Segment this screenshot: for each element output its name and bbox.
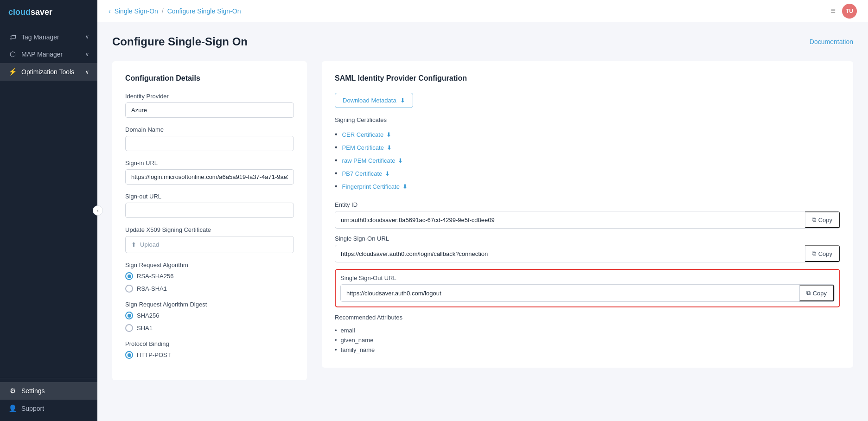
breadcrumb-parent[interactable]: Single Sign-On [115, 7, 158, 15]
cert-fingerprint: Fingerprint Certificate ⬇ [335, 180, 840, 193]
copy-label: Copy [818, 217, 832, 223]
rsa-sha256-radio[interactable] [125, 272, 133, 280]
rsa-sha256-option[interactable]: RSA-SHA256 [125, 272, 294, 280]
upload-icon: ⬆ [131, 241, 136, 248]
certificate-list: CER Certificate ⬇ PEM Certificate ⬇ raw … [335, 128, 840, 193]
single-signout-url-value: https://cloudsaver.auth0.com/logout [341, 286, 799, 300]
sidebar-item-label: Settings [21, 387, 45, 395]
sidebar-collapse-button[interactable]: ‹ [93, 205, 103, 216]
sidebar-item-tag-manager[interactable]: 🏷 Tag Manager ∨ [0, 28, 97, 45]
identity-provider-input[interactable] [125, 102, 294, 118]
pb7-label: PB7 Certificate [342, 170, 383, 177]
page-title: Configure Single-Sign On [112, 35, 248, 48]
rsa-sha1-radio[interactable] [125, 285, 133, 293]
breadcrumb: ‹ Single Sign-On / Configure Single Sign… [108, 7, 241, 15]
map-icon: ⬡ [8, 50, 17, 58]
chevron-down-icon: ∨ [85, 34, 89, 40]
main-content: ‹ Single Sign-On / Configure Single Sign… [97, 0, 868, 421]
upload-placeholder: Upload [140, 241, 159, 248]
entity-id-copy-button[interactable]: ⧉ Copy [805, 211, 840, 228]
sign-in-url-label: Sign-in URL [125, 159, 294, 166]
sign-request-algorithm-group: Sign Request Algorithm RSA-SHA256 RSA-SH… [125, 262, 294, 293]
sha1-option[interactable]: SHA1 [125, 324, 294, 332]
logo-cloud: cloud [8, 7, 31, 17]
single-signout-url-copy-button[interactable]: ⧉ Copy [799, 285, 834, 301]
http-post-radio[interactable] [125, 351, 133, 359]
sign-out-url-input[interactable] [125, 203, 294, 218]
logo-saver: saver [31, 7, 52, 17]
logo-text: cloudsaver [8, 7, 52, 17]
sidebar-item-optimization-tools[interactable]: ⚡ Optimization Tools ∨ [0, 63, 97, 81]
sign-in-url-input[interactable] [125, 169, 294, 185]
back-icon[interactable]: ‹ [108, 7, 111, 15]
sign-out-url-label: Sign-out URL [125, 193, 294, 200]
avatar[interactable]: TU [842, 4, 857, 19]
recommended-attr-email: email [335, 325, 840, 335]
sidebar-nav: 🏷 Tag Manager ∨ ⬡ MAP Manager ∨ ⚡ Optimi… [0, 25, 97, 378]
documentation-link[interactable]: Documentation [810, 38, 853, 45]
signing-certificates-title: Signing Certificates [335, 116, 840, 123]
fingerprint-certificate-link[interactable]: Fingerprint Certificate ⬇ [342, 183, 408, 190]
chevron-down-icon: ∨ [85, 51, 89, 57]
raw-pem-certificate-link[interactable]: raw PEM Certificate ⬇ [342, 157, 403, 164]
sha256-option[interactable]: SHA256 [125, 312, 294, 319]
entity-id-row: Entity ID urn:auth0:cloudsaver:8a5691ac-… [335, 201, 840, 229]
fingerprint-label: Fingerprint Certificate [342, 183, 400, 190]
sha256-label: SHA256 [137, 312, 159, 319]
pem-label: PEM Certificate [342, 144, 384, 151]
copy-icon: ⧉ [812, 250, 816, 257]
single-signon-url-value: https://cloudsaver.auth0.com/login/callb… [335, 247, 805, 261]
breadcrumb-separator: / [162, 7, 164, 15]
domain-name-input[interactable] [125, 136, 294, 151]
single-signout-url-label: Single Sign-Out URL [340, 274, 835, 281]
upload-box[interactable]: ⬆ Upload [125, 236, 294, 253]
pb7-certificate-link[interactable]: PB7 Certificate ⬇ [342, 170, 390, 177]
download-metadata-button[interactable]: Download Metadata ⬇ [335, 93, 413, 108]
config-panel-title: Configuration Details [125, 74, 294, 83]
sign-out-url-group: Sign-out URL [125, 193, 294, 218]
sign-request-algorithm-radio-group: RSA-SHA256 RSA-SHA1 [125, 272, 294, 293]
cert-pem: PEM Certificate ⬇ [335, 141, 840, 154]
single-signout-url-wrapper: Single Sign-Out URL https://cloudsaver.a… [335, 269, 840, 307]
sidebar-item-support[interactable]: 👤 Support [0, 400, 97, 417]
sha1-label: SHA1 [137, 325, 153, 332]
protocol-binding-label: Protocol Binding [125, 340, 294, 347]
http-post-label: HTTP-POST [137, 351, 171, 358]
chevron-down-icon: ∨ [85, 69, 89, 75]
sidebar-item-map-manager[interactable]: ⬡ MAP Manager ∨ [0, 45, 97, 63]
cert-cer: CER Certificate ⬇ [335, 128, 840, 141]
attr-given-name-label: given_name [341, 337, 374, 344]
topbar: ‹ Single Sign-On / Configure Single Sign… [97, 0, 868, 22]
raw-pem-label: raw PEM Certificate [342, 157, 396, 164]
download-icon: ⬇ [385, 170, 390, 177]
cer-label: CER Certificate [342, 131, 384, 138]
identity-provider-label: Identity Provider [125, 93, 294, 100]
attr-family-name-label: family_name [341, 346, 375, 353]
sidebar-item-label: Tag Manager [21, 33, 59, 41]
protocol-binding-radio-group: HTTP-POST [125, 351, 294, 359]
single-signon-url-copy-button[interactable]: ⧉ Copy [805, 245, 840, 262]
pem-certificate-link[interactable]: PEM Certificate ⬇ [342, 144, 392, 151]
sha1-radio[interactable] [125, 324, 133, 332]
cert-pb7: PB7 Certificate ⬇ [335, 167, 840, 180]
recommended-attributes-title: Recommended Attributes [335, 314, 840, 321]
saml-panel: SAML Identity Provider Configuration Dow… [322, 61, 853, 368]
download-icon: ⬇ [386, 131, 391, 138]
rsa-sha1-option[interactable]: RSA-SHA1 [125, 285, 294, 293]
http-post-option[interactable]: HTTP-POST [125, 351, 294, 359]
algorithm-digest-group: Sign Request Algorithm Digest SHA256 SHA… [125, 301, 294, 332]
list-icon[interactable]: ≡ [830, 6, 836, 16]
download-icon: ⬇ [387, 144, 392, 151]
cer-certificate-link[interactable]: CER Certificate ⬇ [342, 131, 392, 138]
download-icon: ⬇ [400, 97, 405, 104]
protocol-binding-group: Protocol Binding HTTP-POST [125, 340, 294, 359]
recommended-attr-given-name: given_name [335, 335, 840, 345]
sidebar-item-settings[interactable]: ⚙ Settings [0, 382, 97, 400]
page-header: Configure Single-Sign On Documentation [112, 35, 853, 48]
single-signon-url-row: Single Sign-On URL https://cloudsaver.au… [335, 235, 840, 262]
breadcrumb-current: Configure Single Sign-On [167, 7, 241, 15]
single-signon-url-copy-field: https://cloudsaver.auth0.com/login/callb… [335, 245, 840, 262]
x509-cert-group: Update X509 Signing Certificate ⬆ Upload [125, 226, 294, 253]
entity-id-copy-field: urn:auth0:cloudsaver:8a5691ac-67cd-4299-… [335, 211, 840, 229]
sha256-radio[interactable] [125, 312, 133, 319]
